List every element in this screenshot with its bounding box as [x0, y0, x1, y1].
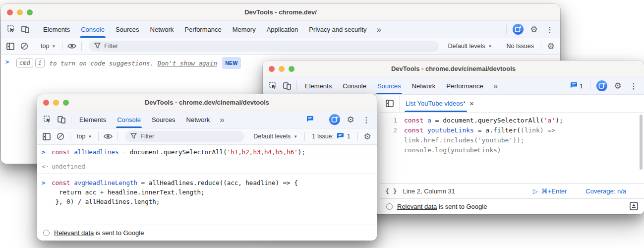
- console-settings-gear-icon[interactable]: ⚙: [361, 130, 374, 143]
- minimize-window-button[interactable]: [53, 100, 59, 106]
- open-files-tabstrip: List YouTube videos* ×: [380, 95, 644, 113]
- kebab-menu-icon[interactable]: ⋮: [543, 23, 556, 36]
- default-levels-dropdown[interactable]: Default levels▼: [444, 43, 496, 50]
- tab-application[interactable]: Application: [262, 21, 303, 38]
- console-sidebar-icon[interactable]: [40, 130, 53, 143]
- tab-console[interactable]: Console: [76, 21, 110, 38]
- titlebar[interactable]: DevTools - chrome.dev/cinemai/devtools: [37, 94, 377, 111]
- inspect-element-icon[interactable]: [41, 113, 54, 126]
- no-issues-label[interactable]: No Issues: [502, 43, 538, 50]
- inspect-element-icon[interactable]: [5, 23, 18, 36]
- clear-console-icon[interactable]: [18, 40, 31, 53]
- console-settings-gear-icon[interactable]: ⚙: [544, 40, 557, 53]
- divider: [590, 81, 590, 90]
- issue-counter[interactable]: 1 Issue: 1: [308, 132, 354, 140]
- chevron-down-icon: ▼: [88, 134, 92, 139]
- dont-show-again-link[interactable]: Don't show again: [158, 59, 217, 68]
- more-tabs-icon[interactable]: »: [216, 116, 228, 124]
- titlebar[interactable]: DevTools - chrome.dev/cinemai/devtools: [263, 61, 644, 77]
- relevant-data-link[interactable]: Relevant data: [54, 229, 94, 237]
- issues-counter[interactable]: 1: [568, 82, 585, 90]
- zoom-window-button[interactable]: [27, 9, 33, 15]
- inspect-element-icon[interactable]: [267, 79, 280, 92]
- default-levels-dropdown[interactable]: Default levels▼: [249, 133, 301, 140]
- relevant-data-link[interactable]: Relevant data: [397, 203, 437, 210]
- tab-performance[interactable]: Performance: [179, 21, 226, 38]
- coverage-link[interactable]: Coverage: n/a: [585, 187, 626, 195]
- settings-gear-icon[interactable]: ⚙: [611, 79, 624, 92]
- tab-elements[interactable]: Elements: [38, 21, 75, 38]
- run-snippet-button[interactable]: ▷ ⌘+Enter: [533, 187, 567, 195]
- minimize-window-button[interactable]: [17, 9, 23, 15]
- context-selector[interactable]: top▼: [73, 133, 95, 140]
- chevron-down-icon: ▼: [52, 44, 56, 49]
- issue-count: 1: [347, 133, 351, 140]
- issues-icon: [337, 132, 344, 140]
- tab-network[interactable]: Network: [145, 21, 179, 38]
- tab-console[interactable]: Console: [338, 77, 371, 94]
- pretty-print-icon[interactable]: { }: [385, 187, 397, 195]
- filter-input[interactable]: Filter: [89, 41, 439, 52]
- close-window-button[interactable]: [43, 100, 49, 106]
- issues-count: 1: [580, 82, 583, 90]
- code-editor[interactable]: 1const a = document.querySelectorAll('a'…: [380, 113, 644, 183]
- close-window-button[interactable]: [7, 9, 13, 15]
- more-tabs-icon[interactable]: »: [489, 82, 502, 90]
- tab-performance[interactable]: Performance: [441, 77, 488, 94]
- main-tabbar: Elements Console Sources Network Perform…: [263, 77, 644, 95]
- filter-funnel-icon: [130, 133, 137, 140]
- device-toolbar-icon[interactable]: [55, 113, 68, 126]
- console-messages[interactable]: > const allHeadlines = document.querySel…: [37, 145, 377, 225]
- ai-assistance-icon[interactable]: [595, 79, 608, 92]
- settings-gear-icon[interactable]: ⚙: [344, 113, 357, 126]
- footer-text: is sent to Google: [94, 229, 144, 237]
- close-file-icon[interactable]: ×: [469, 100, 474, 107]
- tab-memory[interactable]: Memory: [228, 21, 261, 38]
- divider: [117, 132, 118, 141]
- context-selector[interactable]: top▼: [37, 43, 59, 50]
- zoom-window-button[interactable]: [63, 100, 69, 106]
- issues-icon: [570, 82, 578, 90]
- device-toolbar-icon[interactable]: [281, 79, 293, 92]
- traffic-lights: [43, 94, 69, 111]
- window-title: DevTools - chrome.dev/: [244, 8, 317, 16]
- filter-input[interactable]: Filter: [125, 131, 244, 142]
- traffic-lights: [269, 61, 294, 77]
- tab-network[interactable]: Network: [181, 111, 215, 128]
- tab-sources[interactable]: Sources: [372, 77, 406, 94]
- ai-assistance-icon[interactable]: [512, 23, 525, 36]
- divider: [357, 132, 358, 141]
- file-tab-snippet[interactable]: List YouTube videos* ×: [400, 95, 480, 112]
- clear-console-icon[interactable]: [54, 130, 67, 143]
- settings-gear-icon[interactable]: ⚙: [527, 23, 540, 36]
- collapse-navigator-icon[interactable]: [380, 95, 400, 112]
- console-input-entry: > const allHeadlines = document.querySel…: [37, 145, 377, 159]
- console-input-entry[interactable]: > const avgHeadlineLength = allHeadlines…: [37, 174, 377, 208]
- vertical-scrollbar-thumb[interactable]: [640, 115, 643, 170]
- minimize-window-button[interactable]: [279, 66, 285, 72]
- kebab-menu-icon[interactable]: ⋮: [360, 113, 373, 126]
- more-tabs-icon[interactable]: »: [373, 25, 385, 34]
- expand-drawer-icon[interactable]: [630, 202, 638, 212]
- close-window-button[interactable]: [269, 66, 275, 72]
- chevron-down-icon: ▼: [293, 134, 297, 139]
- tab-network[interactable]: Network: [407, 77, 441, 94]
- tab-console[interactable]: Console: [112, 111, 146, 128]
- radio-circle-icon: [43, 230, 50, 236]
- console-chevron-icon: >: [5, 57, 15, 66]
- ai-assistance-icon[interactable]: [328, 113, 341, 126]
- tab-sources[interactable]: Sources: [147, 111, 180, 128]
- device-toolbar-icon[interactable]: [19, 23, 32, 36]
- kebab-menu-icon[interactable]: ⋮: [627, 79, 640, 92]
- zoom-window-button[interactable]: [289, 66, 294, 72]
- live-expression-eye-icon[interactable]: [65, 40, 78, 53]
- live-expression-eye-icon[interactable]: [102, 130, 115, 143]
- i-keycap: i: [35, 59, 45, 67]
- titlebar[interactable]: DevTools - chrome.dev/: [1, 4, 560, 21]
- tab-elements[interactable]: Elements: [74, 111, 111, 128]
- tab-sources[interactable]: Sources: [111, 21, 144, 38]
- issues-counter[interactable]: [304, 116, 318, 124]
- tab-elements[interactable]: Elements: [300, 77, 337, 94]
- console-sidebar-icon[interactable]: [4, 40, 17, 53]
- tab-privacy-security[interactable]: Privacy and security: [304, 21, 371, 38]
